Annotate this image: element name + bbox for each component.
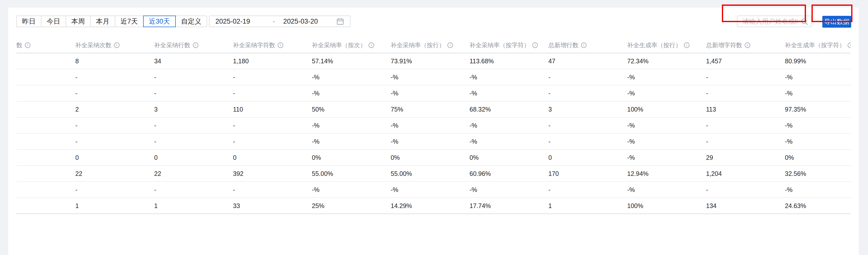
table-cell: -% — [785, 122, 851, 129]
column-header-label: 补全采纳率（按行） — [391, 41, 445, 49]
table-cell: - — [548, 90, 627, 97]
info-icon[interactable]: i — [369, 42, 374, 48]
table-cell: - — [75, 122, 154, 129]
table-cell: 68.32% — [469, 106, 548, 113]
table-row: 222239255.00%55.00%60.96%17012.94%1,2043… — [16, 166, 851, 182]
info-icon[interactable]: i — [581, 42, 587, 48]
table-row: ----%-%-%--%--% — [16, 134, 851, 150]
table-cell: - — [548, 138, 627, 145]
column-header-total-new-chars: 总新增字符数i — [706, 41, 785, 49]
table-cell: - — [233, 74, 312, 81]
info-icon[interactable]: i — [848, 42, 851, 48]
quick-range-button-this-week[interactable]: 本周 — [65, 16, 91, 27]
column-header-accepted-lines: 补全采纳行数i — [154, 41, 233, 49]
column-header-truncated-count: 数i — [16, 41, 75, 49]
column-header-accept-rate-by-times: 补全采纳率（按次）i — [312, 41, 391, 49]
date-range-picker[interactable]: 2025-02-19 - 2025-03-20 — [209, 16, 350, 27]
info-icon[interactable]: i — [532, 42, 538, 48]
table-cell: -% — [785, 186, 851, 194]
table-cell: - — [154, 122, 233, 129]
table-cell: -% — [627, 138, 706, 145]
quick-range-button-last-7-days[interactable]: 近7天 — [115, 16, 144, 27]
table-body: 8341,18057.14%73.91%113.68%4772.34%1,457… — [16, 53, 851, 214]
quick-range-button-yesterday[interactable]: 昨日 — [16, 16, 41, 27]
table-cell: 24.63% — [785, 202, 851, 209]
table-cell: 97.35% — [785, 106, 851, 113]
table-cell: - — [706, 186, 785, 194]
table-cell: 73.91% — [391, 58, 469, 65]
table-cell: - — [548, 186, 627, 194]
table-cell: - — [233, 90, 312, 97]
table-cell: 22 — [154, 170, 233, 177]
column-header-total-new-lines: 总新增行数i — [548, 41, 627, 49]
column-header-label: 补全采纳率（按字符） — [469, 41, 530, 49]
table-cell: 0% — [391, 154, 469, 161]
table-cell: 25% — [312, 202, 391, 209]
column-header-label: 补全生成率（按行） — [627, 41, 681, 49]
table-cell: - — [154, 138, 233, 145]
table-cell: -% — [312, 186, 391, 194]
table-cell: 0% — [785, 154, 851, 161]
table-cell: 72.34% — [627, 58, 706, 65]
table-cell: 0 — [154, 154, 233, 161]
table-cell: - — [75, 90, 154, 97]
table-cell: -% — [627, 90, 706, 97]
search-icon[interactable] — [801, 18, 808, 27]
table-cell: -% — [312, 138, 391, 145]
info-icon[interactable]: i — [684, 42, 689, 48]
table-cell: -% — [312, 74, 391, 81]
table-cell: - — [75, 186, 154, 194]
quick-range-button-last-30-days[interactable]: 近30天 — [143, 16, 176, 27]
table-cell: -% — [627, 122, 706, 129]
column-header-accepted-chars: 补全采纳字符数i — [233, 41, 312, 49]
end-date[interactable]: 2025-03-20 — [283, 18, 318, 25]
column-header-label: 总新增行数 — [548, 41, 579, 49]
table-row: 0000%0%0%0-%290% — [16, 150, 851, 166]
info-icon[interactable]: i — [114, 42, 120, 48]
table-cell: 1,204 — [706, 170, 785, 177]
table-cell: -% — [469, 138, 548, 145]
table-cell: 55.00% — [312, 170, 391, 177]
date-separator: - — [273, 18, 283, 25]
table-cell: 80.99% — [785, 58, 851, 65]
table-cell: 14.29% — [391, 202, 469, 209]
table-cell: 0% — [312, 154, 391, 161]
table-row: 2311050%75%68.32%3100%11397.35% — [16, 102, 851, 118]
table-cell: -% — [312, 122, 391, 129]
info-icon[interactable]: i — [193, 42, 198, 48]
table-cell: -% — [391, 186, 469, 194]
table-cell: - — [233, 122, 312, 129]
quick-range-button-custom[interactable]: 自定义 — [175, 16, 207, 27]
table-cell: -% — [312, 90, 391, 97]
table-cell: - — [548, 74, 627, 81]
column-header-label: 补全采纳率（按次） — [312, 41, 366, 49]
table-cell: 1 — [548, 202, 627, 209]
info-icon[interactable]: i — [278, 42, 283, 48]
info-icon[interactable]: i — [25, 42, 30, 48]
table-cell: 55.00% — [391, 170, 469, 177]
page: 昨日今日本周本月近7天近30天自定义 2025-02-19 - 2025-03-… — [0, 0, 868, 255]
table-cell: 0 — [75, 154, 154, 161]
table-cell: - — [75, 74, 154, 81]
table-cell: 47 — [548, 58, 627, 65]
column-header-label: 数 — [16, 41, 22, 49]
table-cell: 113.68% — [469, 58, 548, 65]
table-cell: 1 — [154, 202, 233, 209]
table-cell: 17.74% — [469, 202, 548, 209]
table-cell: - — [706, 90, 785, 97]
export-data-button[interactable]: 导出数据 — [822, 16, 851, 28]
quick-range-button-today[interactable]: 今日 — [41, 16, 66, 27]
table-cell: 29 — [706, 154, 785, 161]
info-icon[interactable]: i — [447, 42, 453, 48]
table-cell: 12.94% — [627, 170, 706, 177]
table-cell: -% — [785, 90, 851, 97]
date-range-presets: 昨日今日本周本月近7天近30天自定义 — [16, 16, 207, 27]
info-icon[interactable]: i — [745, 42, 750, 48]
start-date[interactable]: 2025-02-19 — [215, 18, 273, 25]
table-cell: -% — [627, 154, 706, 161]
table-cell: -% — [391, 138, 469, 145]
table-cell: -% — [391, 122, 469, 129]
table-cell: -% — [469, 122, 548, 129]
quick-range-button-this-month[interactable]: 本月 — [90, 16, 115, 27]
table-cell: 1,180 — [233, 58, 312, 65]
